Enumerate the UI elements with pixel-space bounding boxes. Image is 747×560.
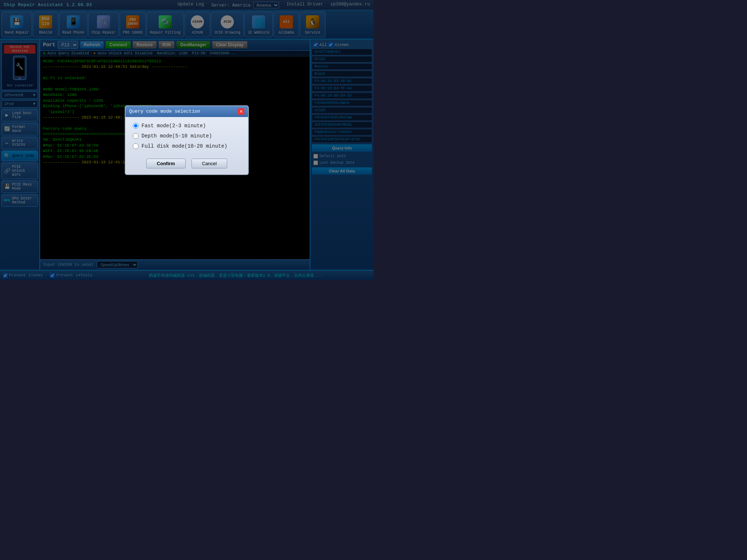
fast-mode-label: Fast mode(2-3 minute) [142, 123, 206, 129]
depth-mode-option[interactable]: Depth mode(5-10 minute) [133, 133, 241, 139]
cancel-btn[interactable]: Cancel [191, 159, 227, 168]
modal-body: Fast mode(2-3 minute) Depth mode(5-10 mi… [125, 117, 248, 155]
modal-footer: Confirm Cancel [125, 155, 248, 174]
modal-header: Query code mode selection ✕ [125, 106, 248, 117]
fast-mode-option[interactable]: Fast mode(2-3 minute) [133, 123, 241, 129]
depth-mode-radio[interactable] [133, 133, 139, 139]
fast-mode-radio[interactable] [133, 123, 139, 129]
modal-title: Query code mode selection [129, 109, 200, 114]
depth-mode-label: Depth mode(5-10 minute) [142, 133, 212, 139]
full-disk-mode-option[interactable]: Full disk mode(10-20 minute) [133, 143, 241, 149]
full-disk-mode-radio[interactable] [133, 143, 139, 149]
modal-overlay[interactable]: Query code mode selection ✕ Fast mode(2-… [0, 0, 374, 280]
modal-close-btn[interactable]: ✕ [238, 108, 244, 115]
full-disk-mode-label: Full disk mode(10-20 minute) [142, 143, 227, 149]
query-mode-modal: Query code mode selection ✕ Fast mode(2-… [125, 105, 249, 175]
confirm-btn[interactable]: Confirm [146, 159, 186, 168]
